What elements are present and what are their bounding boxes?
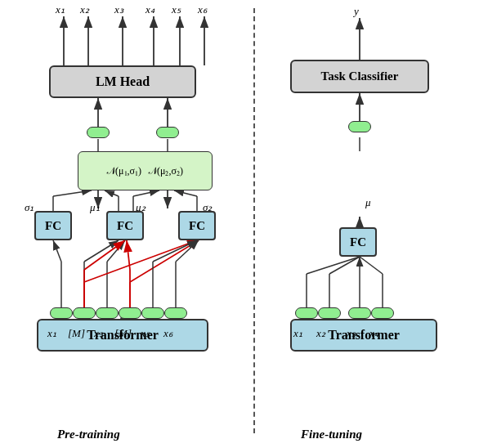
sigma1-label: σ₁ <box>25 201 34 214</box>
token-capsule-4 <box>119 307 141 319</box>
transformer-right-label: Transformer <box>328 328 400 343</box>
task-classifier-box: Task Classifier <box>290 60 429 93</box>
sample-capsule-right <box>156 127 179 138</box>
finetuning-title: Fine-tuning <box>301 428 362 441</box>
fc-right-box: FC <box>178 211 216 240</box>
fc-right-panel-label: FC <box>350 235 366 249</box>
sample-capsule-left <box>87 127 110 138</box>
svg-line-39 <box>176 240 199 262</box>
input-x1-label: x₁ <box>47 327 56 340</box>
token-capsule-5 <box>141 307 164 319</box>
svg-line-29 <box>84 240 125 270</box>
input-m1-label: [M] <box>68 327 85 340</box>
svg-line-23 <box>53 240 61 262</box>
input-x3-label: x₃ <box>94 327 103 340</box>
sample-capsule-right-panel <box>348 121 371 132</box>
section-divider <box>253 8 255 433</box>
input-m2-label: [M] <box>114 327 132 340</box>
fc-left-label: FC <box>45 219 61 233</box>
svg-line-50 <box>329 257 360 274</box>
transformer-right-box: Transformer <box>290 319 437 352</box>
input-rx4-label: x₄ <box>369 327 378 340</box>
token-capsule-r3 <box>348 307 371 319</box>
output-x6-label: x₆ <box>198 3 207 16</box>
input-x5-label: x₅ <box>141 327 150 340</box>
output-y-label: y <box>354 5 359 18</box>
lm-head-box: LM Head <box>49 65 196 98</box>
fc-mid-label: FC <box>117 219 133 233</box>
svg-line-21 <box>174 190 197 196</box>
token-capsule-2 <box>73 307 96 319</box>
fc-left-box: FC <box>34 211 72 240</box>
output-x2-label: x₂ <box>80 3 89 16</box>
svg-line-31 <box>127 240 130 270</box>
lm-head-label: LM Head <box>96 74 150 89</box>
token-capsule-6 <box>164 307 187 319</box>
pretraining-title: Pre-training <box>57 428 120 441</box>
output-x3-label: x₃ <box>114 3 123 16</box>
gaussian-label: 𝒩(μ₁,σ₁) 𝒩(μ₂,σ₂) <box>107 165 183 177</box>
svg-line-35 <box>130 240 199 282</box>
svg-line-52 <box>360 257 383 274</box>
diagram-container: x₁ x₂ x₃ x₄ x₅ x₆ LM Head 𝒩(μ₁,σ₁) 𝒩(μ₂,… <box>0 0 479 448</box>
input-rx3-label: x₃ <box>347 327 356 340</box>
task-classifier-label: Task Classifier <box>321 69 399 83</box>
token-capsule-r2 <box>318 307 341 319</box>
svg-line-17 <box>105 190 119 196</box>
svg-line-33 <box>84 240 197 282</box>
gaussian-box: 𝒩(μ₁,σ₁) 𝒩(μ₂,σ₂) <box>78 151 213 190</box>
output-x1-label: x₁ <box>56 3 65 16</box>
fc-right-label: FC <box>189 219 205 233</box>
svg-line-15 <box>53 190 92 196</box>
fc-mid-box: FC <box>106 211 144 240</box>
output-x5-label: x₅ <box>172 3 181 16</box>
token-capsule-3 <box>96 307 119 319</box>
svg-line-19 <box>133 190 159 196</box>
fc-right-panel-box: FC <box>339 227 377 257</box>
svg-line-25 <box>84 240 119 262</box>
mu1-label: μ₁ <box>90 201 100 214</box>
output-x4-label: x₄ <box>145 3 154 16</box>
mu-right-label: μ <box>365 196 371 209</box>
token-capsule-r4 <box>371 307 394 319</box>
input-x6-label: x₆ <box>163 327 172 340</box>
input-rx1-label: x₁ <box>293 327 302 340</box>
svg-line-27 <box>107 240 125 262</box>
svg-line-49 <box>307 257 360 274</box>
token-capsule-r1 <box>295 307 318 319</box>
input-rx2-label: x₂ <box>316 327 325 340</box>
token-capsule-1 <box>50 307 73 319</box>
svg-line-37 <box>153 240 197 262</box>
